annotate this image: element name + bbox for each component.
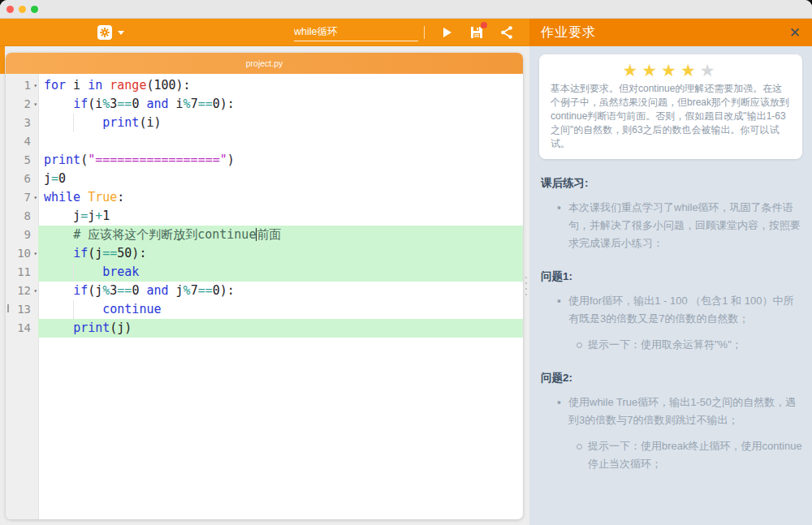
star-filled-icon: ★ [680, 61, 700, 80]
code-lines: 1▾for i in range(100):2▾ if(i%3==0 and i… [6, 74, 523, 338]
code-line[interactable]: 7▾while True: [6, 188, 523, 207]
editor-toolbar [0, 19, 529, 46]
close-window-button[interactable] [6, 6, 14, 13]
run-button[interactable] [438, 24, 455, 41]
line-number: 11 [6, 263, 38, 282]
code-area[interactable]: 1▾for i in range(100):2▾ if(i%3==0 and i… [6, 74, 523, 519]
code-line[interactable]: 4 [6, 132, 523, 151]
star-rating: ★★★★★ [551, 59, 791, 82]
code-text: if(j==50): [38, 244, 523, 263]
list-item: 本次课我们重点学习了while循环，巩固了条件语句，并解决了很多小问题，回顾课堂… [539, 199, 802, 252]
code-line[interactable]: 2▾ if(i%3==0 and i%7==0): [6, 95, 523, 114]
code-text: print("=================") [38, 151, 523, 170]
line-number: 7▾ [6, 188, 38, 207]
code-editor-card: project.py 1▾for i in range(100):2▾ if(i… [6, 53, 523, 519]
code-text: print(j) [38, 319, 523, 338]
file-tab-project-py[interactable]: project.py [246, 58, 283, 68]
fold-marker-icon[interactable]: ▾ [33, 244, 37, 263]
line-number: 8 [6, 207, 38, 226]
indent-guide [73, 300, 74, 319]
section-heading: 问题1: [541, 269, 801, 284]
assignment-panel-header: 作业要求 ✕ [529, 19, 812, 46]
code-text: break [38, 263, 523, 282]
feedback-text: 基本达到要求。但对continue的理解还需要加强。在这个例子中，虽然结果没问题… [551, 82, 791, 151]
code-text: j=j+1 [38, 207, 523, 226]
pane-splitter-handle[interactable] [523, 46, 529, 525]
line-number: 1▾ [6, 76, 38, 95]
bullet-dot-icon [557, 199, 561, 217]
bullet-circle-icon [577, 342, 582, 348]
fold-marker-icon[interactable]: ▾ [33, 188, 37, 207]
fold-marker-icon[interactable]: ▾ [33, 282, 37, 300]
code-line[interactable]: 12▾ if(j%3==0 and j%7==0): [6, 282, 523, 300]
star-filled-icon: ★ [661, 61, 680, 80]
line-number: 13 [6, 300, 38, 319]
code-text: if(j%3==0 and j%7==0): [38, 282, 523, 300]
minimize-window-button[interactable] [19, 6, 26, 13]
line-number: 9 [6, 226, 38, 244]
line-number: 6 [6, 170, 38, 188]
indent-guide [73, 114, 74, 132]
code-line[interactable]: 14 print(j) [6, 319, 523, 338]
line-number: 4 [6, 132, 38, 151]
code-text: j=0 [38, 170, 523, 188]
x-mark-icon: ✕ [789, 25, 801, 41]
code-line[interactable]: 1▾for i in range(100): [6, 76, 523, 95]
star-filled-icon: ★ [641, 61, 661, 80]
fold-marker-icon[interactable]: ▾ [33, 76, 37, 95]
code-line[interactable]: 13 continue [6, 300, 523, 319]
code-line[interactable]: 8 j=j+1 [6, 207, 523, 226]
project-name-input[interactable] [294, 23, 418, 41]
indent-guide [73, 263, 74, 282]
code-text: # 应该将这个判断放到continue前面 [38, 226, 523, 244]
unsaved-changes-badge [481, 22, 487, 28]
fold-marker-icon[interactable]: ▾ [33, 95, 37, 114]
hint-list-item: 提示一下：使用取余运算符"%"； [539, 336, 802, 354]
star-filled-icon: ★ [622, 61, 641, 80]
macos-titlebar [0, 0, 812, 19]
zoom-window-button[interactable] [31, 6, 38, 13]
code-line[interactable]: 10▾ if(j==50): [6, 244, 523, 263]
code-line[interactable]: 3 print(i) [6, 114, 523, 132]
code-text: for i in range(100): [38, 76, 523, 95]
line-number: 5 [6, 151, 38, 170]
editor-region: project.py 1▾for i in range(100):2▾ if(i… [0, 46, 529, 525]
app-window: 作业要求 ✕ project.py 1▾for i in range(100):… [0, 0, 812, 525]
list-item: 使用for循环，输出1 - 100 （包含1 和 100）中所有既是3的倍数又是… [539, 292, 802, 328]
close-panel-button[interactable]: ✕ [789, 26, 801, 40]
code-line[interactable]: 9 # 应该将这个判断放到continue前面 [6, 226, 523, 244]
hint-list-item: 提示一下：使用break终止循环，使用continue停止当次循环； [539, 437, 802, 473]
save-button[interactable] [469, 24, 485, 41]
code-line[interactable]: 6j=0 [6, 170, 523, 188]
line-number: 14 [6, 319, 38, 338]
play-triangle-icon [438, 24, 455, 41]
share-nodes-icon [499, 24, 515, 41]
chevron-down-icon[interactable] [118, 31, 124, 35]
code-text: continue [38, 300, 523, 319]
line-number: 12▾ [6, 282, 38, 300]
code-line[interactable]: 5print("=================") [6, 151, 523, 170]
section-heading: 课后练习: [541, 176, 801, 191]
bullet-dot-icon [557, 394, 561, 412]
line-number: 10▾ [6, 244, 38, 263]
toolbar-divider [424, 26, 425, 39]
line-number: 3 [6, 114, 38, 132]
bullet-circle-icon [577, 444, 582, 450]
assignment-panel: ★★★★★ 基本达到要求。但对continue的理解还需要加强。在这个例子中，虽… [529, 46, 812, 525]
blocks-gear-icon [100, 28, 110, 37]
code-text: while True: [38, 188, 523, 207]
code-text: if(i%3==0 and i%7==0): [38, 95, 523, 114]
app-mode-button[interactable] [97, 25, 112, 40]
gutter-mark-icon [7, 307, 9, 312]
section-heading: 问题2: [541, 371, 801, 385]
feedback-card: ★★★★★ 基本达到要求。但对continue的理解还需要加强。在这个例子中，虽… [539, 54, 802, 159]
assignment-sections: 课后练习:本次课我们重点学习了while循环，巩固了条件语句，并解决了很多小问题… [539, 176, 802, 473]
line-number: 2▾ [6, 95, 38, 114]
code-text: print(i) [38, 114, 523, 132]
bullet-dot-icon [557, 292, 561, 311]
share-button[interactable] [499, 24, 515, 41]
star-empty-icon: ★ [700, 61, 719, 80]
code-line[interactable]: 11 break [6, 263, 523, 282]
code-text [38, 132, 523, 151]
editor-tabbar: project.py [6, 53, 523, 74]
